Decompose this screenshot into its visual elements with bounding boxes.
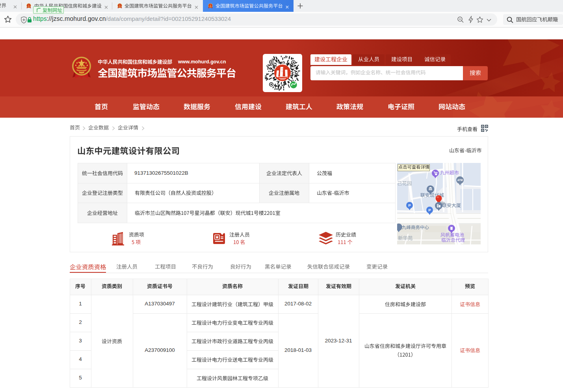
svg-text:P: P: [408, 203, 411, 207]
svg-text:P: P: [428, 207, 431, 212]
svg-text:ATM: ATM: [457, 179, 463, 181]
